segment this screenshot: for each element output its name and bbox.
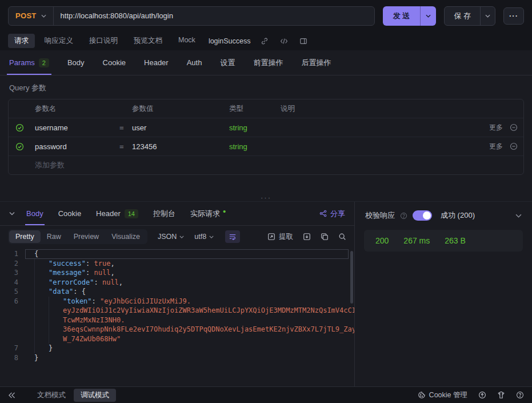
indent-guide: [34, 325, 49, 334]
request-tab-2[interactable]: Cookie: [103, 50, 126, 75]
chevron-down-icon[interactable]: [515, 214, 522, 218]
code-line: 7}: [0, 344, 354, 353]
save-dropdown-button[interactable]: [480, 7, 495, 25]
query-params-title: Query 参数: [0, 75, 532, 99]
theme-icon[interactable]: [497, 391, 505, 399]
response-tab-1[interactable]: Cookie: [58, 202, 81, 225]
line-content: {: [25, 249, 349, 259]
remove-param-button[interactable]: [504, 123, 523, 131]
request-tab-6[interactable]: 前置操作: [253, 50, 283, 75]
cookie-manager-label: Cookie 管理: [429, 390, 467, 400]
request-tab-0[interactable]: Params2: [9, 50, 49, 75]
response-tabs: BodyCookieHeader14控制台实际请求• 分享: [0, 202, 354, 226]
code-token: "token": [63, 297, 92, 306]
validate-response-toggle[interactable]: [413, 210, 432, 221]
search-icon[interactable]: [338, 233, 346, 241]
table-row: username=userstring更多: [9, 118, 523, 137]
line-number: [0, 334, 25, 344]
view-tab-raw[interactable]: Raw: [41, 230, 67, 243]
format-select[interactable]: JSON: [158, 233, 184, 241]
download-icon[interactable]: [303, 233, 311, 241]
indent-guide: [49, 334, 63, 344]
view-tab-visualize[interactable]: Visualize: [105, 230, 146, 243]
side-panel-icon[interactable]: [299, 37, 307, 45]
view-mode-group: PrettyRawPreviewVisualize: [8, 229, 147, 244]
help-icon[interactable]: [400, 212, 407, 220]
doc-tab-4[interactable]: Mock: [172, 34, 202, 48]
link-icon[interactable]: [261, 37, 269, 45]
cookie-manager-button[interactable]: Cookie 管理: [418, 390, 467, 400]
request-tab-3[interactable]: Header: [144, 50, 169, 75]
send-dropdown-button[interactable]: [420, 6, 436, 26]
collapse-response-icon[interactable]: [9, 212, 15, 216]
column-header-desc: 说明: [276, 104, 479, 114]
share-button[interactable]: 分享: [319, 209, 345, 219]
send-button-label[interactable]: 发 送: [383, 6, 421, 26]
doc-tab-0[interactable]: 请求: [8, 34, 35, 48]
request-params-section: Query 参数 参数名参数值类型说明username=userstring更多…: [0, 75, 532, 194]
chevron-down-icon: [209, 236, 214, 238]
extract-label: 提取: [279, 232, 293, 242]
view-tab-preview[interactable]: Preview: [67, 230, 105, 243]
response-tab-0[interactable]: Body: [26, 202, 43, 225]
check-circle-icon: [15, 123, 24, 132]
code-line: TcwMzMxNzI3NH0.: [0, 316, 354, 325]
url-input[interactable]: http://localhost:8080/api/auth/login: [54, 11, 180, 20]
response-tab-4[interactable]: 实际请求•: [190, 202, 226, 225]
extract-button[interactable]: 提取: [267, 232, 293, 242]
save-button-label[interactable]: 保 存: [445, 7, 480, 25]
pane-resize-handle[interactable]: ···: [0, 194, 532, 201]
request-tab-1[interactable]: Body: [67, 50, 85, 75]
response-tab-3[interactable]: 控制台: [153, 202, 175, 225]
code-line: 6"token": "eyJhbGciOiJIUzUxMiJ9.: [0, 297, 354, 306]
share-label: 分享: [330, 209, 345, 219]
request-tab-label: 前置操作: [253, 58, 283, 68]
param-enabled-checkbox[interactable]: [9, 123, 30, 132]
param-enabled-checkbox[interactable]: [9, 142, 30, 151]
doc-tab-3[interactable]: 预览文档: [127, 34, 169, 48]
scrollbar-thumb[interactable]: [350, 251, 353, 304]
request-tab-7[interactable]: 后置操作: [301, 50, 331, 75]
request-tab-4[interactable]: Auth: [187, 50, 202, 75]
param-name-input[interactable]: password: [30, 142, 115, 151]
help-circle-icon[interactable]: [516, 391, 524, 399]
mode-tab-0[interactable]: 文档模式: [30, 389, 73, 402]
code-token: }: [34, 353, 38, 363]
code-icon[interactable]: [280, 37, 288, 45]
code-line: 4"errorCode": null,: [0, 278, 354, 288]
view-tab-pretty[interactable]: Pretty: [9, 230, 41, 243]
word-wrap-toggle[interactable]: [225, 230, 240, 243]
share-icon: [319, 210, 327, 217]
request-tab-5[interactable]: 设置: [220, 50, 235, 75]
upgrade-icon[interactable]: [478, 391, 486, 399]
doc-tab-2[interactable]: 接口说明: [83, 34, 124, 48]
encoding-select[interactable]: utf8: [194, 233, 214, 241]
column-header-value: 参数值: [127, 104, 225, 114]
line-number: 5: [0, 287, 25, 297]
response-body-pane: BodyCookieHeader14控制台实际请求• 分享 PrettyRawP…: [0, 202, 354, 386]
more-actions-button[interactable]: ···: [503, 7, 524, 25]
add-param-placeholder: 添加参数: [30, 160, 523, 170]
param-more-button[interactable]: 更多: [479, 142, 504, 151]
param-type[interactable]: string: [225, 123, 276, 132]
param-name-input[interactable]: username: [30, 123, 115, 132]
line-number: [0, 325, 25, 334]
response-tab-2[interactable]: Header14: [96, 202, 138, 225]
mode-tab-1[interactable]: 调试模式: [74, 389, 116, 402]
copy-icon[interactable]: [321, 233, 329, 241]
chevron-down-icon: [179, 236, 184, 238]
response-body-editor[interactable]: 1{2"success": true,3"message": null,4"er…: [0, 248, 354, 386]
request-tab-label: Params: [9, 58, 35, 67]
doc-tab-1[interactable]: 响应定义: [38, 34, 79, 48]
indent-guide: [34, 306, 49, 316]
param-more-button[interactable]: 更多: [479, 123, 504, 133]
top-bar: POST http://localhost:8080/api/auth/logi…: [0, 0, 532, 31]
add-param-row[interactable]: 添加参数: [9, 155, 523, 174]
column-header-type: 类型: [225, 104, 276, 114]
param-value-input[interactable]: user: [127, 123, 225, 132]
method-select[interactable]: POST: [9, 7, 54, 25]
param-type[interactable]: string: [225, 142, 276, 151]
param-value-input[interactable]: 123456: [127, 142, 225, 151]
remove-param-button[interactable]: [504, 142, 523, 150]
collapse-sidebar-icon[interactable]: [8, 392, 15, 398]
